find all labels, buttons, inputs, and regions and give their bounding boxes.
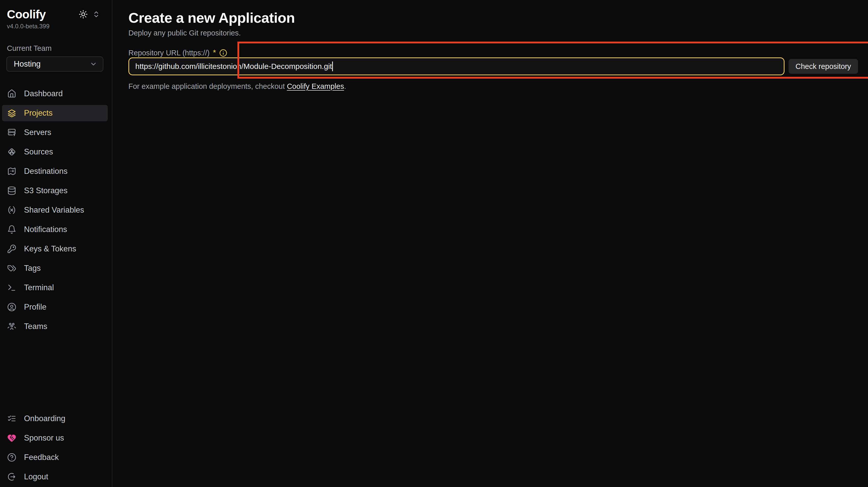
text-caret (332, 62, 333, 71)
users-icon (7, 322, 16, 331)
sidebar-item-label: Teams (24, 322, 47, 331)
sidebar-item-label: Feedback (24, 453, 59, 462)
checklist-icon (7, 414, 16, 423)
heart-handshake-icon (7, 433, 16, 443)
sidebar-item-profile[interactable]: Profile (2, 299, 108, 315)
sidebar-header: Coolify (0, 8, 112, 21)
sidebar-item-sources[interactable]: Sources (2, 144, 108, 160)
sidebar-item-logout[interactable]: Logout (2, 468, 108, 485)
repository-url-value: https://github.com/illicitestonion/Modul… (135, 62, 332, 71)
help-circle-icon (7, 453, 16, 462)
sidebar-item-sponsor-us[interactable]: Sponsor us (2, 430, 108, 446)
main-content: Create a new Application Deploy any publ… (112, 0, 868, 487)
chevron-down-icon (90, 60, 97, 68)
page-title: Create a new Application (128, 9, 868, 26)
logout-icon (7, 472, 16, 481)
helper-suffix: . (344, 82, 346, 90)
bell-icon (7, 225, 16, 234)
tags-icon (7, 264, 16, 273)
repository-url-label-row: Repository URL (https://) * (128, 48, 868, 58)
sun-icon[interactable] (79, 10, 88, 19)
sidebar-item-projects[interactable]: Projects (2, 105, 108, 121)
sidebar-item-label: Dashboard (24, 89, 63, 98)
check-repository-button[interactable]: Check repository (788, 59, 858, 74)
sidebar-item-label: Projects (24, 108, 53, 118)
coolify-app: Coolify v4.0.0-beta.399 Current Team Hos… (0, 0, 868, 487)
app-logo[interactable]: Coolify (7, 8, 46, 21)
sidebar-item-notifications[interactable]: Notifications (2, 221, 108, 238)
sidebar-item-label: Sponsor us (24, 433, 64, 443)
page-subtitle: Deploy any public Git repositories. (128, 28, 868, 37)
sidebar-item-teams[interactable]: Teams (2, 318, 108, 335)
layers-icon (7, 108, 16, 118)
team-select-value: Hosting (14, 60, 40, 69)
info-icon[interactable] (219, 49, 227, 57)
repository-form: Repository URL (https://) * https://gith… (128, 48, 868, 91)
sidebar-item-s3-storages[interactable]: S3 Storages (2, 183, 108, 199)
sidebar-item-destinations[interactable]: Destinations (2, 163, 108, 180)
sidebar-item-label: Tags (24, 264, 40, 273)
repository-url-input[interactable]: https://github.com/illicitestonion/Modul… (128, 58, 784, 75)
user-circle-icon (7, 302, 16, 312)
home-icon (7, 89, 16, 98)
sidebar-item-servers[interactable]: Servers (2, 124, 108, 141)
current-team-label: Current Team (0, 44, 112, 53)
helper-text: For example application deployments, che… (128, 82, 868, 91)
sidebar-item-label: Onboarding (24, 414, 65, 423)
sidebar-item-onboarding[interactable]: Onboarding (2, 411, 108, 427)
terminal-icon (7, 283, 16, 292)
helper-prefix: For example application deployments, che… (128, 82, 287, 90)
sidebar: Coolify v4.0.0-beta.399 Current Team Hos… (0, 0, 112, 487)
sidebar-item-label: Notifications (24, 225, 67, 234)
git-source-icon (7, 147, 16, 157)
sidebar-nav: Dashboard Projects Servers Sources Desti… (0, 86, 112, 335)
repository-input-row: https://github.com/illicitestonion/Modul… (128, 58, 868, 75)
sidebar-item-label: Keys & Tokens (24, 244, 76, 254)
sidebar-footer-nav: Onboarding Sponsor us Feedback Logout (0, 411, 112, 485)
variable-icon (7, 205, 16, 215)
map-icon (7, 167, 16, 176)
sidebar-item-label: Logout (24, 472, 48, 481)
sidebar-item-label: Shared Variables (24, 205, 84, 215)
key-icon (7, 244, 16, 254)
server-icon (7, 128, 16, 137)
sidebar-item-label: Servers (24, 128, 51, 137)
coolify-examples-link[interactable]: Coolify Examples (287, 82, 344, 90)
repository-url-label: Repository URL (https://) (128, 48, 210, 58)
sidebar-item-label: S3 Storages (24, 186, 68, 195)
sidebar-item-label: Destinations (24, 167, 68, 176)
sidebar-item-tags[interactable]: Tags (2, 260, 108, 277)
header-icons (79, 10, 100, 19)
sidebar-item-label: Terminal (24, 283, 54, 292)
chevrons-up-down-icon[interactable] (92, 10, 100, 18)
required-asterisk: * (213, 48, 216, 58)
team-select[interactable]: Hosting (6, 56, 103, 72)
sidebar-item-label: Profile (24, 302, 46, 312)
database-icon (7, 186, 16, 195)
sidebar-item-shared-variables[interactable]: Shared Variables (2, 202, 108, 218)
sidebar-item-terminal[interactable]: Terminal (2, 280, 108, 296)
sidebar-item-dashboard[interactable]: Dashboard (2, 86, 108, 102)
sidebar-item-keys-tokens[interactable]: Keys & Tokens (2, 241, 108, 257)
sidebar-item-feedback[interactable]: Feedback (2, 449, 108, 465)
sidebar-item-label: Sources (24, 147, 53, 157)
app-version: v4.0.0-beta.399 (0, 23, 112, 30)
